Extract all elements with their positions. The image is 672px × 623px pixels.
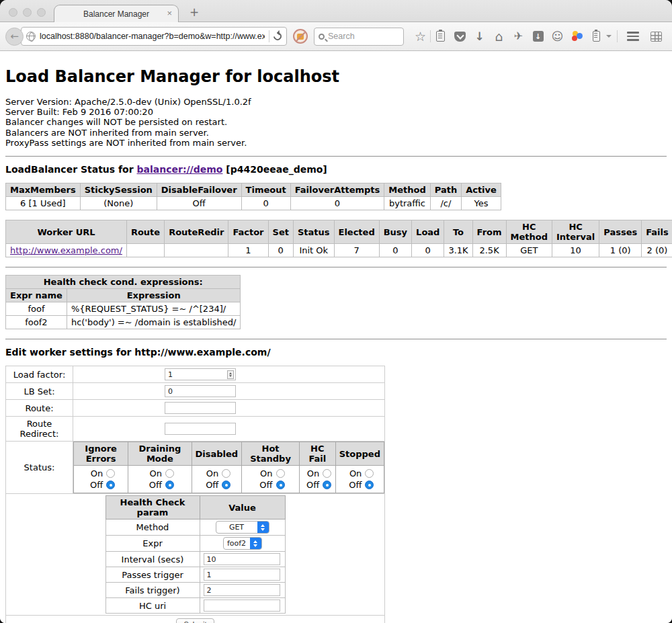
multi-color-icon[interactable] (567, 27, 587, 46)
url-bar[interactable]: localhost:8880/balancer-manager?b=demo&w… (21, 27, 287, 46)
page-content: Load Balancer Manager for localhost Serv… (0, 51, 672, 623)
proxypass-note-line: ProxyPass settings are NOT inherited fro… (5, 138, 667, 148)
persist-note-line: Balancer changes will NOT be persisted o… (5, 117, 667, 127)
hc-method-label: Method (106, 520, 200, 536)
toolbar-divider-2 (617, 30, 618, 42)
worker-url-link[interactable]: http://www.example.com/ (10, 245, 122, 255)
expr-table-title: Health check cond. expressions: (6, 276, 241, 289)
dropdown-caret-icon[interactable] (606, 35, 612, 40)
hc-fails-label: Fails trigger) (106, 583, 200, 598)
hc-expr-select[interactable]: foof2 (223, 537, 262, 550)
hc-passes-input[interactable] (204, 569, 280, 581)
zoom-window-button[interactable] (37, 8, 46, 17)
adblock-icon[interactable] (293, 29, 308, 44)
balancer-status-table: MaxMembers StickySession DisableFailover… (5, 183, 501, 210)
disabled-on-radio[interactable] (222, 469, 230, 478)
feedback-smiley-icon[interactable]: ☺ (548, 27, 567, 46)
load-factor-label: Load factor: (6, 366, 73, 383)
divider (5, 156, 667, 157)
draining-mode-off-radio[interactable] (165, 481, 174, 489)
tab-title: Balancer Manager (83, 9, 149, 19)
back-button[interactable]: ← (5, 28, 24, 46)
divider (5, 339, 667, 339)
new-tab-button[interactable]: + (190, 5, 199, 19)
hot-standby-off-radio[interactable] (276, 481, 285, 489)
url-text[interactable]: localhost:8880/balancer-manager?b=demo&w… (40, 32, 265, 41)
search-icon (319, 34, 325, 40)
hc-passes-label: Passes trigger (106, 567, 200, 583)
load-factor-input[interactable] (165, 368, 236, 380)
back-icon: ← (10, 30, 19, 42)
urlbar-divider (269, 30, 269, 42)
hc-fails-input[interactable] (204, 584, 280, 596)
browser-window: Balancer Manager × + ← localhost:8880/ba… (0, 0, 672, 623)
hot-standby-on-radio[interactable] (276, 469, 285, 478)
page-title: Load Balancer Manager for localhost (5, 51, 667, 86)
select-stepper-icon (257, 522, 269, 533)
route-redirect-label: Route Redirect: (6, 417, 73, 442)
hc-fail-on-radio[interactable] (323, 469, 331, 478)
home-icon[interactable]: ⌂ (489, 27, 509, 46)
worker-status-table: Worker URL Route RouteRedir Factor Set S… (5, 220, 672, 257)
lb-set-input[interactable] (165, 385, 236, 397)
expr-row: foof %{REQUEST_STATUS} =~ /^[234]/ (6, 302, 241, 316)
status-radios-table: Ignore Errors Draining Mode Disabled Hot… (73, 442, 384, 493)
window-controls (9, 8, 46, 17)
stopped-off-radio[interactable] (365, 481, 374, 489)
minimize-window-button[interactable] (23, 8, 32, 17)
hc-interval-label: Interval (secs) (106, 552, 200, 567)
server-info: Server Version: Apache/2.5.0-dev (Unix) … (5, 97, 667, 148)
health-check-params-table: Health Check param Value Method GET (106, 495, 286, 614)
hc-uri-label: HC uri (106, 598, 200, 614)
battery-icon[interactable] (587, 27, 606, 46)
hc-expr-label: Expr (106, 536, 200, 552)
ignore-errors-on-radio[interactable] (106, 469, 115, 478)
server-version-line: Server Version: Apache/2.5.0-dev (Unix) … (5, 97, 667, 107)
divider (5, 267, 667, 267)
balancer-status-heading: LoadBalancer Status for balancer://demo … (5, 164, 667, 175)
toolbar-buttons: ☆ ↓ ⌂ ✈ ↓ ☺ (411, 27, 666, 46)
reading-list-icon[interactable] (431, 27, 450, 46)
status-label: Status: (6, 442, 73, 494)
stopped-on-radio[interactable] (365, 469, 374, 478)
edit-worker-form: Load factor: LB Set: Route: Route Redire… (5, 366, 385, 623)
lb-set-label: LB Set: (6, 383, 73, 400)
download-icon[interactable]: ↓ (470, 27, 489, 46)
hc-uri-input[interactable] (204, 599, 280, 612)
disabled-off-radio[interactable] (222, 481, 230, 489)
balancer-status-row: 6 [1 Used] (None) Off 0 0 bytraffic /c/ … (6, 197, 501, 210)
tab-grid-icon[interactable] (646, 27, 666, 46)
hc-method-select[interactable]: GET (216, 521, 269, 534)
inherit-note-line: Balancers are NOT inherited from main se… (5, 128, 667, 138)
panel-download-icon[interactable]: ↓ (528, 27, 548, 46)
ignore-errors-off-radio[interactable] (106, 481, 115, 489)
hc-interval-input[interactable] (204, 553, 280, 565)
navigation-toolbar: ← localhost:8880/balancer-manager?b=demo… (0, 22, 672, 51)
route-redirect-input[interactable] (165, 423, 236, 435)
send-tab-icon[interactable]: ✈ (509, 27, 528, 46)
tab-bar: Balancer Manager × + (0, 0, 672, 22)
balancer-demo-link[interactable]: balancer://demo (137, 164, 223, 175)
number-stepper-icon[interactable] (227, 370, 234, 379)
reload-icon[interactable] (272, 31, 284, 42)
search-input[interactable] (328, 32, 388, 41)
draining-mode-on-radio[interactable] (165, 469, 174, 478)
health-check-expressions-table: Health check cond. expressions: Expr nam… (5, 275, 241, 329)
hc-fail-off-radio[interactable] (323, 481, 331, 489)
bookmark-star-icon[interactable]: ☆ (411, 27, 430, 46)
server-built-line: Server Built: Feb 9 2016 07:00:20 (5, 107, 667, 117)
tab-close-icon[interactable]: × (167, 8, 172, 18)
search-box[interactable] (314, 28, 404, 46)
expr-row: foof2 hc('body') =~ /domain is establish… (6, 316, 241, 329)
tab-balancer-manager[interactable]: Balancer Manager × (54, 5, 179, 22)
route-label: Route: (6, 400, 73, 417)
edit-worker-heading: Edit worker settings for http://www.exam… (5, 347, 667, 358)
pocket-icon[interactable] (450, 27, 470, 46)
site-identity-icon[interactable] (26, 32, 36, 41)
close-window-button[interactable] (9, 8, 17, 17)
worker-row: http://www.example.com/ 1 0 Init Ok 7 0 … (6, 244, 672, 257)
route-input[interactable] (165, 402, 236, 414)
menu-icon[interactable] (623, 27, 642, 46)
submit-button[interactable]: Submit (176, 618, 214, 623)
select-stepper-icon (250, 538, 261, 549)
